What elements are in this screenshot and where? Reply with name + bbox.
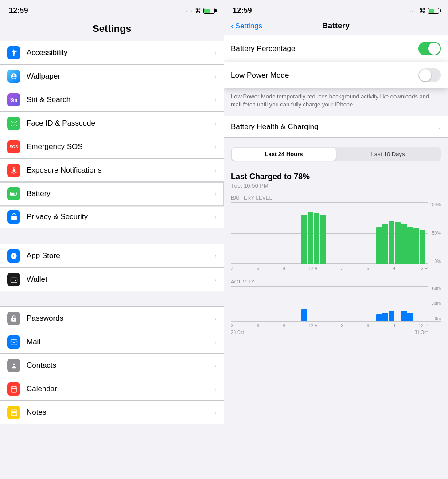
settings-item-wallet[interactable]: Wallet › bbox=[0, 268, 224, 291]
charge-subtitle: Tue, 10:56 PM bbox=[231, 182, 441, 189]
low-power-desc-text: Low Power Mode temporarily reduces backg… bbox=[231, 93, 441, 109]
charge-info: Last Charged to 78% Tue, 10:56 PM bbox=[224, 169, 448, 191]
right-time: 12:59 bbox=[233, 6, 252, 15]
right-status-icons: ···· ⌘ bbox=[410, 7, 439, 14]
activity-bar bbox=[407, 313, 413, 322]
settings-list: Accessibility › Wallpaper › Siri Siri & … bbox=[0, 41, 224, 479]
last-24-hours-btn[interactable]: Last 24 Hours bbox=[232, 148, 336, 161]
right-wifi-icon: ⌘ bbox=[419, 7, 425, 14]
activity-bar bbox=[376, 314, 382, 322]
battery-bar bbox=[420, 230, 425, 264]
faceid-icon bbox=[7, 117, 20, 130]
battery-percentage-label: Battery Percentage bbox=[231, 44, 296, 53]
last-24-label: Last 24 Hours bbox=[265, 151, 303, 157]
mail-chevron: › bbox=[214, 338, 217, 346]
settings-item-siri[interactable]: Siri Siri & Search › bbox=[0, 88, 224, 112]
battery-bar bbox=[382, 224, 388, 264]
low-power-row[interactable]: Low Power Mode bbox=[224, 62, 448, 88]
battery-bar bbox=[413, 228, 419, 264]
appstore-label: App Store bbox=[27, 251, 214, 260]
passwords-chevron: › bbox=[214, 315, 217, 322]
battery-page-title: Battery bbox=[322, 21, 350, 31]
wifi-icon: ⌘ bbox=[195, 7, 201, 14]
svg-rect-13 bbox=[11, 278, 17, 282]
right-battery-status-icon bbox=[428, 8, 439, 14]
battery-health-label: Battery Health & Charging bbox=[231, 122, 319, 131]
left-time: 12:59 bbox=[9, 6, 28, 15]
wallpaper-label: Wallpaper bbox=[27, 72, 214, 81]
battery-level-chart-section: BATTERY LEVEL 100% 50% 0% 3 6 bbox=[224, 191, 448, 271]
low-power-description: Low Power Mode temporarily reduces backg… bbox=[224, 88, 448, 116]
settings-item-exposure[interactable]: Exposure Notifications › bbox=[0, 159, 224, 182]
settings-item-contacts[interactable]: Contacts › bbox=[0, 354, 224, 377]
calendar-icon bbox=[7, 382, 20, 396]
battery-bar bbox=[320, 215, 326, 264]
svg-point-7 bbox=[12, 169, 15, 172]
accessibility-icon bbox=[7, 46, 20, 59]
signal-icon: ···· bbox=[186, 8, 193, 13]
activity-bar bbox=[382, 313, 388, 322]
battery-bar bbox=[407, 227, 413, 264]
wallet-icon bbox=[7, 273, 20, 286]
activity-bar bbox=[389, 311, 394, 322]
settings-item-battery[interactable]: Battery › bbox=[0, 182, 224, 205]
battery-level-chart: 100% 50% 0% bbox=[231, 202, 441, 264]
back-chevron-icon: ‹ bbox=[231, 21, 234, 31]
activity-label: ACTIVITY bbox=[231, 279, 441, 284]
low-power-toggle[interactable] bbox=[418, 68, 441, 82]
sos-icon: SOS bbox=[7, 140, 20, 153]
settings-item-accessibility[interactable]: Accessibility › bbox=[0, 41, 224, 65]
activity-bar bbox=[401, 311, 407, 322]
activity-y-30: 30m bbox=[432, 301, 441, 306]
privacy-chevron: › bbox=[214, 213, 217, 220]
svg-rect-17 bbox=[11, 386, 17, 392]
settings-item-passwords[interactable]: Passwords › bbox=[0, 306, 224, 330]
battery-bar bbox=[301, 215, 307, 264]
notes-chevron: › bbox=[214, 409, 217, 416]
settings-item-calendar[interactable]: Calendar › bbox=[0, 377, 224, 401]
battery-icon bbox=[7, 187, 20, 200]
settings-item-mail[interactable]: Mail › bbox=[0, 330, 224, 354]
charge-title: Last Charged to 78% bbox=[231, 172, 441, 181]
settings-group-1: Accessibility › Wallpaper › Siri Siri & … bbox=[0, 41, 224, 228]
calendar-label: Calendar bbox=[27, 385, 214, 393]
accessibility-chevron: › bbox=[214, 49, 217, 56]
accessibility-label: Accessibility bbox=[27, 48, 214, 57]
time-selector: Last 24 Hours Last 10 Days bbox=[231, 147, 441, 161]
settings-item-privacy[interactable]: Privacy & Security › bbox=[0, 205, 224, 228]
battery-health-chevron: › bbox=[439, 123, 441, 130]
left-status-icons: ···· ⌘ bbox=[186, 7, 215, 14]
settings-title: Settings bbox=[0, 19, 224, 41]
activity-x-labels: 3 6 9 12 A 3 6 9 12 P bbox=[231, 322, 428, 328]
back-button[interactable]: ‹ Settings bbox=[231, 21, 262, 31]
appstore-icon bbox=[7, 249, 20, 263]
activity-chart-section: ACTIVITY 60m 30m 0m 3 6 9 12 A bbox=[224, 275, 448, 335]
settings-item-sos[interactable]: SOS Emergency SOS › bbox=[0, 135, 224, 159]
battery-bar bbox=[395, 222, 401, 264]
settings-item-appstore[interactable]: App Store › bbox=[0, 244, 224, 268]
battery-health-row[interactable]: Battery Health & Charging › bbox=[224, 116, 448, 137]
battery-bars-container bbox=[231, 202, 428, 264]
sos-chevron: › bbox=[214, 143, 217, 150]
left-panel: 12:59 ···· ⌘ Settings Accessibility › bbox=[0, 0, 224, 479]
svg-rect-2 bbox=[16, 121, 17, 122]
faceid-chevron: › bbox=[214, 120, 217, 127]
settings-item-faceid[interactable]: Face ID & Passcode › bbox=[0, 112, 224, 135]
battery-health-section: Battery Health & Charging › bbox=[224, 116, 448, 138]
right-nav: ‹ Settings Battery bbox=[224, 19, 448, 35]
low-power-section: Low Power Mode bbox=[224, 62, 448, 88]
svg-point-0 bbox=[13, 50, 15, 51]
svg-rect-3 bbox=[11, 125, 12, 126]
battery-status-icon bbox=[203, 8, 215, 14]
settings-item-notes[interactable]: Notes › bbox=[0, 401, 224, 424]
exposure-chevron: › bbox=[214, 167, 217, 174]
last-10-days-btn[interactable]: Last 10 Days bbox=[336, 148, 440, 161]
settings-item-wallpaper[interactable]: Wallpaper › bbox=[0, 65, 224, 88]
battery-percentage-row[interactable]: Battery Percentage bbox=[224, 35, 448, 62]
exposure-label: Exposure Notifications bbox=[27, 166, 214, 175]
wallpaper-icon bbox=[7, 70, 20, 83]
toggle-thumb bbox=[428, 43, 440, 55]
battery-percentage-toggle[interactable] bbox=[418, 42, 441, 55]
privacy-label: Privacy & Security bbox=[27, 212, 214, 221]
activity-bar bbox=[301, 309, 307, 322]
